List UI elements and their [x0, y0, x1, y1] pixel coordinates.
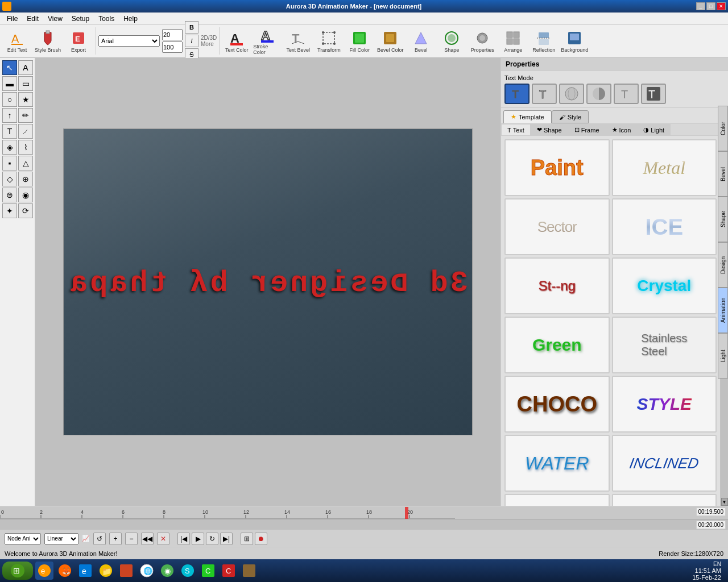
remove-keyframe-button[interactable]: − — [125, 533, 138, 545]
inner-tab-shape[interactable]: ❤ Shape — [531, 124, 568, 135]
right-tab-color[interactable]: Color — [718, 106, 728, 151]
bold-button[interactable]: B — [185, 21, 198, 34]
template-sector[interactable]: Sector — [504, 198, 610, 255]
select-tool[interactable]: ↖ — [2, 60, 17, 75]
template-inclined[interactable]: INCLINED — [612, 435, 717, 492]
refresh-button[interactable]: ↺ — [93, 533, 106, 545]
hand-tool[interactable]: ✦ — [2, 203, 17, 218]
menu-view[interactable]: View — [43, 14, 67, 24]
paint-tool[interactable]: ◈ — [2, 140, 17, 155]
mode-btn-bold[interactable]: T — [504, 84, 530, 104]
menu-help[interactable]: Help — [119, 14, 142, 24]
transform-button[interactable]: Transform — [314, 26, 344, 56]
taskbar-app-7[interactable]: ◉ — [158, 562, 176, 580]
taskbar-app-8[interactable]: S — [179, 562, 197, 580]
edit-text-button[interactable]: A Edit Text — [2, 26, 32, 56]
pencil-tool[interactable]: ✏ — [18, 108, 33, 123]
template-crystal[interactable]: Crystal — [612, 257, 717, 314]
right-tab-shape[interactable]: Shape — [718, 197, 728, 242]
arrow-tool[interactable]: ↑ — [2, 108, 17, 123]
menu-tools[interactable]: Tools — [94, 14, 119, 24]
text-color-button[interactable]: A Text Color — [222, 26, 251, 56]
template-metal[interactable]: Metal — [612, 139, 717, 196]
template-stainless[interactable]: StainlessSteel — [612, 317, 717, 373]
template-gold[interactable]: GOLD — [504, 494, 610, 506]
interpolation-select[interactable]: Linear — [44, 533, 78, 544]
bevel-color-button[interactable]: Bevel Color — [375, 26, 405, 56]
diamond-tool[interactable]: ◇ — [2, 172, 17, 186]
text-tool[interactable]: A — [18, 60, 33, 75]
brush-tool[interactable]: T — [2, 124, 17, 139]
template-ice[interactable]: ICE — [612, 198, 717, 255]
timeline-track[interactable]: 00:20.000 — [0, 519, 728, 530]
add-keyframe-button[interactable]: + — [109, 533, 122, 545]
bevel-button[interactable]: Bevel — [406, 26, 436, 56]
template-style[interactable]: STYLE — [612, 376, 717, 433]
italic-button[interactable]: I — [185, 35, 198, 47]
rect-tool[interactable]: ▬ — [2, 76, 17, 91]
taskbar-app-6[interactable]: 🌐 — [138, 562, 156, 580]
font-name-select[interactable]: ArialTimes New RomanCourier New — [98, 35, 160, 47]
star-tool[interactable]: ★ — [18, 92, 33, 107]
play-button[interactable]: ▶ — [192, 533, 204, 545]
close-button[interactable]: ✕ — [717, 2, 726, 10]
zoom-tool[interactable]: ⊜ — [2, 188, 17, 202]
template-paint[interactable]: Paint — [504, 139, 610, 196]
wand-tool[interactable]: ⟳ — [18, 203, 33, 218]
mode-btn-sphere[interactable] — [559, 84, 584, 104]
mode-btn-outline[interactable]: T — [532, 84, 557, 104]
properties-button[interactable]: Properties — [468, 26, 497, 56]
taskbar-app-4[interactable]: 📁 — [97, 562, 115, 580]
text-bevel-button[interactable]: T Text Bevel — [283, 26, 313, 56]
taskbar-app-10[interactable]: C — [220, 562, 238, 580]
mode-btn-shadow[interactable] — [586, 84, 611, 104]
template-green[interactable]: Green — [504, 317, 610, 373]
template-water[interactable]: WATER — [504, 435, 610, 492]
right-tab-light[interactable]: Light — [718, 333, 728, 379]
inner-tab-text[interactable]: T Text — [501, 124, 531, 135]
arrange-button[interactable]: Arrange — [498, 26, 528, 56]
scroll-down-button[interactable]: ▼ — [721, 498, 728, 506]
background-button[interactable]: Background — [560, 26, 589, 56]
template-choco[interactable]: CHOCO — [504, 376, 610, 433]
canvas[interactable]: 3d ᴅesigner bʎ thapa — [63, 128, 473, 435]
start-button[interactable]: ⊞ — [2, 562, 33, 580]
shape-button[interactable]: Shape — [437, 26, 466, 56]
tab-template[interactable]: ★ Template — [503, 110, 552, 123]
font-size2-input[interactable]: 100 — [162, 41, 183, 53]
circle-tool[interactable]: ○ — [2, 92, 17, 107]
stroke-color-button[interactable]: A Stroke Color — [253, 26, 282, 56]
taskbar-app-3[interactable]: e — [76, 562, 94, 580]
rect2-tool[interactable]: ▪ — [2, 156, 17, 171]
loop-button[interactable]: ↻ — [206, 533, 218, 545]
taskbar-app-2[interactable]: 🦊 — [56, 562, 74, 580]
menu-file[interactable]: File — [2, 14, 22, 24]
canvas-area[interactable]: 3d ᴅesigner bʎ thapa — [35, 58, 500, 506]
right-tab-bevel[interactable]: Bevel — [718, 151, 728, 197]
tab-style[interactable]: 🖌 Style — [552, 110, 589, 123]
font-size-input[interactable]: 20 — [162, 29, 183, 40]
style-brush-button[interactable]: Style Brush — [33, 26, 63, 56]
inner-tab-light[interactable]: ◑ Light — [637, 124, 671, 135]
taskbar-app-11[interactable] — [240, 562, 258, 580]
inner-tab-icon[interactable]: ★ Icon — [606, 124, 638, 135]
line-tool[interactable]: ⟋ — [18, 124, 33, 139]
right-tab-animation[interactable]: Animation — [718, 288, 728, 333]
eye-tool[interactable]: ◉ — [18, 188, 33, 202]
taskbar-app-5[interactable] — [117, 562, 135, 580]
anim-type-select[interactable]: Node Ani — [5, 533, 41, 544]
taskbar-app-1[interactable]: e — [35, 562, 53, 580]
magnet-tool[interactable]: ⌇ — [18, 140, 33, 155]
export-button[interactable]: E Export — [64, 26, 93, 56]
maximize-button[interactable]: □ — [706, 2, 715, 10]
right-tab-design[interactable]: Design — [718, 242, 728, 288]
view-mode-button[interactable]: ⊞ — [241, 533, 253, 545]
prev-keyframe-button[interactable]: ◀◀ — [141, 533, 154, 545]
go-start-button[interactable]: |◀ — [177, 533, 190, 545]
template-stung[interactable]: St--ng — [504, 257, 610, 314]
go-end-button[interactable]: ▶| — [220, 533, 233, 545]
reflection-button[interactable]: Reflection — [529, 26, 559, 56]
fill-color-button[interactable]: Fill Color — [345, 26, 374, 56]
mode-btn-flat[interactable]: T — [614, 84, 639, 104]
rounded-rect-tool[interactable]: ▭ — [18, 76, 33, 91]
